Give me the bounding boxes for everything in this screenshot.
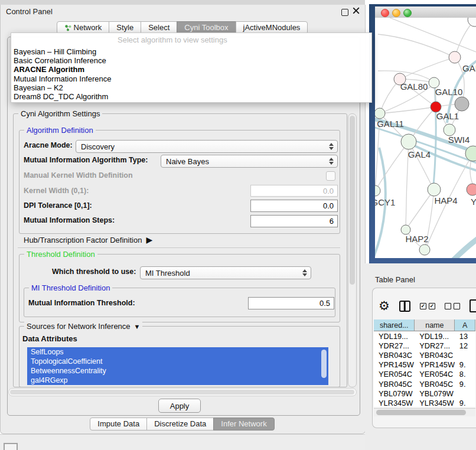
float-window-icon[interactable] bbox=[341, 9, 348, 16]
tab-infer-network[interactable]: Infer Network bbox=[213, 418, 274, 431]
kernel-width-field[interactable]: 0.0 bbox=[250, 185, 338, 197]
export-table-icon[interactable] bbox=[470, 299, 476, 312]
dpi-tolerance-field[interactable]: 0.0 bbox=[250, 200, 338, 212]
network-node-label: GAL11 bbox=[377, 119, 404, 129]
attribute-item-selected[interactable]: SelfLoops bbox=[27, 347, 328, 357]
network-node-label: SWI4 bbox=[448, 135, 470, 145]
table-row[interactable]: YPR145WYPR145W9. bbox=[374, 360, 475, 370]
select-all-columns-icon[interactable]: ✓ ✓ bbox=[420, 303, 435, 309]
tab-label: Select bbox=[148, 22, 169, 34]
node-attribute-table: shared...nameA YDL19...YDL19...13YDR27..… bbox=[374, 319, 475, 407]
collapsed-panel-icon[interactable] bbox=[4, 443, 18, 450]
algorithm-item[interactable]: ARACNE Algorithm bbox=[14, 65, 369, 74]
which-threshold-select[interactable]: MI Threshold bbox=[140, 266, 311, 279]
checked-box-icon: ✓ bbox=[429, 303, 435, 309]
network-node[interactable] bbox=[419, 244, 430, 255]
table-cell: YPR145W bbox=[374, 360, 415, 370]
algorithm-dropdown-popup: Select algorithm to view settings Bayesi… bbox=[11, 32, 372, 103]
minimize-traffic-light-icon[interactable] bbox=[392, 9, 400, 17]
network-node-gal11[interactable] bbox=[375, 108, 385, 119]
table-cell: YLR345W bbox=[415, 398, 455, 407]
tab-discretize-data[interactable]: Discretize Data bbox=[146, 418, 214, 431]
close-icon[interactable] bbox=[352, 6, 360, 14]
aracne-mode-value: Discovery bbox=[81, 142, 115, 151]
hub-definition-toggle[interactable]: Hub/Transcription Factor Definition ▶ bbox=[24, 235, 152, 244]
column-header[interactable]: shared... bbox=[374, 319, 415, 331]
tab-impute-data[interactable]: Impute Data bbox=[90, 418, 147, 431]
manual-kernel-checkbox[interactable] bbox=[326, 171, 335, 181]
table-cell: 12 bbox=[455, 341, 475, 350]
network-node[interactable] bbox=[468, 18, 476, 27]
table-cell: 8. bbox=[455, 370, 475, 379]
expand-arrow-icon: ▶ bbox=[146, 235, 152, 244]
tab-label: Cyni Toolbox bbox=[184, 22, 228, 34]
table-row[interactable]: YBR043CYBR043C bbox=[374, 350, 475, 360]
gear-icon[interactable]: ⚙ bbox=[379, 299, 390, 312]
table-row[interactable]: YER054CYER054C8. bbox=[374, 370, 475, 379]
column-header[interactable]: A bbox=[455, 319, 475, 331]
mi-steps-field[interactable]: 6 bbox=[250, 215, 338, 227]
network-node-hap2[interactable] bbox=[401, 225, 410, 234]
mi-type-select[interactable]: Naive Bayes bbox=[161, 155, 338, 168]
close-traffic-light-icon[interactable] bbox=[381, 9, 389, 17]
table-cell: YDR27... bbox=[374, 341, 415, 350]
combo-arrows-icon bbox=[329, 143, 334, 150]
table-row[interactable]: YLR345WYLR345W9. bbox=[374, 398, 475, 407]
table-cell: YBR043C bbox=[374, 350, 415, 360]
algorithm-item[interactable]: Dream8 DC_TDC Algorithm bbox=[14, 92, 369, 101]
network-node-hap4[interactable] bbox=[428, 183, 441, 196]
algorithm-item[interactable]: Bayesian – Hill Climbing bbox=[14, 47, 369, 56]
table-row[interactable]: YDL19...YDL19...13 bbox=[374, 331, 475, 341]
table-horizontal-scrollbar[interactable] bbox=[374, 408, 475, 416]
threshold-definition-legend: Threshold Definition bbox=[24, 250, 97, 259]
apply-button[interactable]: Apply bbox=[158, 399, 201, 413]
combo-arrows-icon bbox=[302, 269, 307, 276]
table-row[interactable]: YBL079WYBL079W bbox=[374, 389, 475, 398]
settings-horizontal-scrollbar[interactable] bbox=[8, 388, 357, 396]
aracne-mode-label: Aracne Mode: bbox=[24, 141, 73, 149]
network-edge bbox=[381, 107, 436, 113]
tab-label: jActiveMNodules bbox=[243, 22, 301, 34]
network-node-label: GAL4 bbox=[408, 149, 431, 159]
sources-legend-label: Sources for Network Inference bbox=[27, 322, 131, 331]
aracne-mode-select[interactable]: Discovery bbox=[76, 140, 338, 153]
algorithm-item[interactable]: Basic Correlation Inference bbox=[14, 56, 369, 65]
attribute-item-selected[interactable]: TopologicalCoefficient bbox=[27, 357, 328, 366]
tab-label: Infer Network bbox=[221, 418, 266, 430]
network-graph[interactable]: GALGAL80GAL10GAL1GAL11SWI4GAL4GCY1HAP4YH… bbox=[375, 18, 476, 258]
deselect-all-columns-icon[interactable] bbox=[445, 303, 460, 309]
network-window-titlebar[interactable] bbox=[375, 6, 476, 19]
cyni-bottom-tabbar: Impute DataDiscretize DataInfer Network bbox=[0, 418, 365, 431]
columns-icon[interactable] bbox=[399, 301, 410, 312]
data-attributes-list[interactable]: SelfLoopsTopologicalCoefficientBetweenne… bbox=[27, 347, 328, 385]
table-panel: ⚙ ✓ ✓ shared...nameA YDL19...YDL19...13Y… bbox=[372, 288, 476, 428]
network-node-label: GAL80 bbox=[400, 81, 428, 92]
table-cell: YBL079W bbox=[415, 389, 455, 398]
attribute-item-selected[interactable]: gal4RGexp bbox=[27, 376, 328, 385]
network-node[interactable] bbox=[455, 97, 469, 111]
table-cell: YBR045C bbox=[374, 379, 415, 389]
table-row[interactable]: YBR045CYBR045C9. bbox=[374, 379, 475, 389]
network-node-label: HAP2 bbox=[405, 234, 428, 244]
attribute-item-selected[interactable]: BetweennessCentrality bbox=[27, 366, 328, 376]
network-node-y[interactable] bbox=[467, 184, 476, 195]
mi-threshold-field[interactable]: 0.5 bbox=[248, 297, 334, 309]
table-row[interactable]: YDR27...YDR27...12 bbox=[374, 341, 475, 350]
network-node-gal4[interactable] bbox=[401, 134, 416, 149]
mi-threshold-label: Mutual Information Threshold: bbox=[28, 299, 135, 307]
table-cell: 9. bbox=[455, 379, 475, 389]
network-node-gal[interactable] bbox=[449, 51, 461, 63]
algorithm-item[interactable]: Bayesian – K2 bbox=[14, 83, 369, 92]
network-edge bbox=[378, 34, 455, 57]
zoom-traffic-light-icon[interactable] bbox=[403, 9, 412, 17]
settings-vertical-scrollbar[interactable] bbox=[348, 113, 357, 387]
network-node-gcy1[interactable] bbox=[375, 185, 380, 196]
list-scrollbar[interactable] bbox=[321, 350, 327, 378]
column-header[interactable]: name bbox=[415, 319, 455, 331]
table-cell: YDL19... bbox=[374, 331, 415, 341]
sources-legend[interactable]: Sources for Network Inference ▼ bbox=[24, 322, 142, 331]
table-cell: 9. bbox=[455, 398, 475, 407]
network-node-swi4[interactable] bbox=[444, 124, 455, 136]
mi-type-label: Mutual Information Algorithm Type: bbox=[24, 156, 148, 164]
algorithm-item[interactable]: Mutual Information Inference bbox=[14, 74, 369, 83]
